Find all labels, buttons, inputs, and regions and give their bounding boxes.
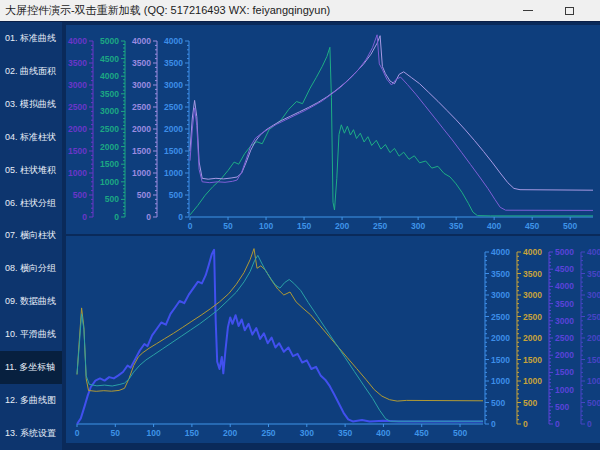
svg-text:1000: 1000 [132, 168, 151, 178]
y-axis-teal: 0500100015002000250030003500400045005000 [100, 36, 125, 222]
svg-text:4000: 4000 [100, 71, 119, 81]
svg-text:400: 400 [487, 221, 501, 231]
sidebar-item-01[interactable]: 01. 标准曲线 [0, 22, 62, 55]
svg-text:50: 50 [223, 221, 233, 231]
svg-text:2500: 2500 [68, 102, 87, 112]
svg-text:3000: 3000 [587, 290, 600, 300]
svg-text:2000: 2000 [587, 333, 600, 343]
sidebar-item-09[interactable]: 09. 数据曲线 [0, 285, 62, 318]
svg-text:0: 0 [555, 419, 560, 429]
sidebar-item-06[interactable]: 06. 柱状分组 [0, 187, 62, 220]
svg-text:2500: 2500 [491, 312, 510, 322]
svg-text:2000: 2000 [491, 333, 510, 343]
svg-text:1500: 1500 [68, 146, 87, 156]
svg-text:1000: 1000 [491, 376, 510, 386]
svg-text:500: 500 [587, 398, 600, 408]
svg-text:500: 500 [491, 398, 505, 408]
chart-top-svg: 0501001502002503003504004505000500100015… [66, 25, 600, 234]
window-buttons [521, 4, 576, 18]
svg-text:100: 100 [259, 221, 273, 231]
svg-text:150: 150 [297, 221, 311, 231]
series-teal-line [190, 47, 593, 216]
svg-text:0: 0 [75, 428, 80, 438]
x-axis: 050100150200250300350400450500 [75, 424, 483, 438]
sidebar-item-03[interactable]: 03. 模拟曲线 [0, 88, 62, 121]
minimize-icon[interactable] [521, 4, 535, 18]
svg-text:1500: 1500 [555, 367, 574, 377]
y-axis-violet: 05001000150020002500300035004000 [132, 36, 157, 222]
svg-text:100: 100 [147, 428, 161, 438]
svg-text:1500: 1500 [100, 159, 119, 169]
svg-text:400: 400 [376, 428, 390, 438]
svg-text:500: 500 [563, 221, 577, 231]
svg-text:0: 0 [491, 419, 496, 429]
svg-text:4000: 4000 [164, 36, 183, 46]
svg-text:3500: 3500 [523, 269, 542, 279]
svg-text:3000: 3000 [491, 290, 510, 300]
svg-text:250: 250 [261, 428, 275, 438]
svg-text:0: 0 [146, 212, 151, 222]
sidebar-item-10[interactable]: 10. 平滑曲线 [0, 318, 62, 351]
svg-text:2500: 2500 [100, 124, 119, 134]
svg-text:1500: 1500 [164, 146, 183, 156]
svg-text:500: 500 [73, 190, 87, 200]
svg-text:1000: 1000 [164, 168, 183, 178]
main-content: 01. 标准曲线02. 曲线面积03. 模拟曲线04. 标准柱状05. 柱状堆积… [0, 22, 600, 450]
svg-text:4000: 4000 [523, 247, 542, 257]
svg-text:500: 500 [555, 402, 569, 412]
svg-text:3500: 3500 [587, 269, 600, 279]
series-yellow-line [77, 249, 483, 402]
svg-text:150: 150 [185, 428, 199, 438]
svg-text:5000: 5000 [555, 247, 574, 257]
sidebar-item-13[interactable]: 13. 系统设置 [0, 417, 62, 450]
x-axis: 050100150200250300350400450500 [188, 217, 593, 231]
svg-text:50: 50 [111, 428, 121, 438]
title-bar: 大屏控件演示-双击重新加载 (QQ: 517216493 WX: feiyang… [0, 0, 600, 22]
svg-text:350: 350 [338, 428, 352, 438]
svg-text:4500: 4500 [100, 54, 119, 64]
svg-text:2000: 2000 [100, 142, 119, 152]
maximize-icon[interactable] [562, 4, 576, 18]
sidebar-item-07[interactable]: 07. 横向柱状 [0, 220, 62, 253]
svg-text:3000: 3000 [523, 290, 542, 300]
sidebar-item-11[interactable]: 11. 多坐标轴 [0, 351, 62, 384]
sidebar-item-08[interactable]: 08. 横向分组 [0, 252, 62, 285]
svg-text:2500: 2500 [132, 102, 151, 112]
svg-text:1500: 1500 [523, 355, 542, 365]
series-blue-line [77, 250, 483, 424]
svg-text:4000: 4000 [68, 36, 87, 46]
svg-text:2000: 2000 [68, 124, 87, 134]
y-axis-purple: 0500100015002000250030003500400045005000 [549, 247, 574, 429]
y-axis-purple: 05001000150020002500300035004000 [68, 36, 93, 222]
svg-text:0: 0 [523, 419, 528, 429]
svg-text:3000: 3000 [555, 316, 574, 326]
y-axis-blue: 05001000150020002500300035004000 [164, 36, 189, 222]
sidebar-item-05[interactable]: 05. 柱状堆积 [0, 154, 62, 187]
svg-text:2000: 2000 [132, 124, 151, 134]
svg-text:5000: 5000 [100, 36, 119, 46]
sidebar-item-02[interactable]: 02. 曲线面积 [0, 55, 62, 88]
svg-text:4000: 4000 [587, 247, 600, 257]
y-axis-violet: 05001000150020002500300035004000 [581, 247, 600, 429]
svg-text:2000: 2000 [555, 350, 574, 360]
svg-text:300: 300 [300, 428, 314, 438]
svg-text:500: 500 [137, 190, 151, 200]
svg-text:3000: 3000 [100, 106, 119, 116]
svg-text:0: 0 [114, 212, 119, 222]
series-purple-line [190, 35, 593, 211]
sidebar: 01. 标准曲线02. 曲线面积03. 模拟曲线04. 标准柱状05. 柱状堆积… [0, 22, 62, 450]
series-teal-line [77, 255, 483, 421]
svg-text:350: 350 [449, 221, 463, 231]
svg-text:4000: 4000 [555, 281, 574, 291]
sidebar-item-04[interactable]: 04. 标准柱状 [0, 121, 62, 154]
svg-text:1000: 1000 [100, 177, 119, 187]
chart-panel-bottom: 0501001502002503003504004505000500100015… [66, 236, 600, 443]
svg-text:2500: 2500 [587, 312, 600, 322]
sidebar-item-12[interactable]: 12. 多曲线图 [0, 384, 62, 417]
svg-text:500: 500 [105, 194, 119, 204]
svg-text:3000: 3000 [132, 80, 151, 90]
app-window: 大屏控件演示-双击重新加载 (QQ: 517216493 WX: feiyang… [0, 0, 600, 450]
svg-text:250: 250 [373, 221, 387, 231]
svg-text:1000: 1000 [523, 376, 542, 386]
svg-text:0: 0 [587, 419, 592, 429]
